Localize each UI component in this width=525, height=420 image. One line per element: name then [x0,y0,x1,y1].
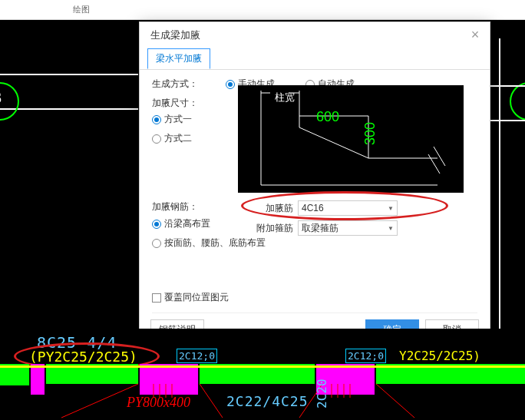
cad-line [499,38,500,330]
svg-line-5 [299,127,368,158]
dialog-title: 生成梁加腋 [150,28,200,42]
svg-text:300: 300 [362,122,378,145]
radio-along-height[interactable]: 沿梁高布置 [152,217,210,230]
cad-line [0,74,138,75]
cad-text: Y2C25/2C25) [399,349,480,363]
fujiaguijin-select[interactable]: 取梁箍筋 ▼ [298,220,398,236]
gen-method-label: 生成方式： [152,78,226,91]
jiayejin-label: 加腋筋 [256,202,293,215]
cad-text: PY800x400 [127,395,190,411]
cad-text: 2C20 [315,379,329,408]
cad-number: 3 [0,89,2,107]
checkbox-cover[interactable]: 覆盖同位置图元 [152,291,229,304]
radio-mode1[interactable]: 方式一 [152,113,192,126]
haunch-diagram: 柱宽 600 300 [238,85,464,193]
tab-horizontal-haunch[interactable]: 梁水平加腋 [147,48,210,69]
jiayejin-select[interactable]: 4C16 ▼ [298,200,398,216]
cad-text: 2C12;0 [345,349,386,363]
generate-haunch-dialog: 生成梁加腋 × 梁水平加腋 生成方式： 手动生成 自动生成 加腋尺寸： 方式一 … [139,21,490,348]
svg-line-12 [434,147,445,166]
cad-line [0,108,138,110]
chevron-down-icon: ▼ [388,225,394,232]
cad-circle [0,82,19,121]
fujiaguijin-label: 附加箍筋 [256,222,293,235]
huitu-label: 绘图 [73,4,90,15]
radio-mode2[interactable]: 方式二 [152,132,192,145]
cad-text: 2C22/4C25 [226,393,309,409]
cad-text: (PY2C25/2C25) [29,349,137,365]
chevron-down-icon: ▼ [388,205,394,212]
size-label: 加腋尺寸： [152,97,226,110]
svg-text:600: 600 [316,109,339,124]
svg-line-13 [428,154,440,174]
close-icon[interactable]: × [467,27,484,44]
rebar-label: 加腋钢筋： [152,200,226,213]
cad-text: 2C12;0 [177,349,217,363]
cad-circle [510,82,525,121]
